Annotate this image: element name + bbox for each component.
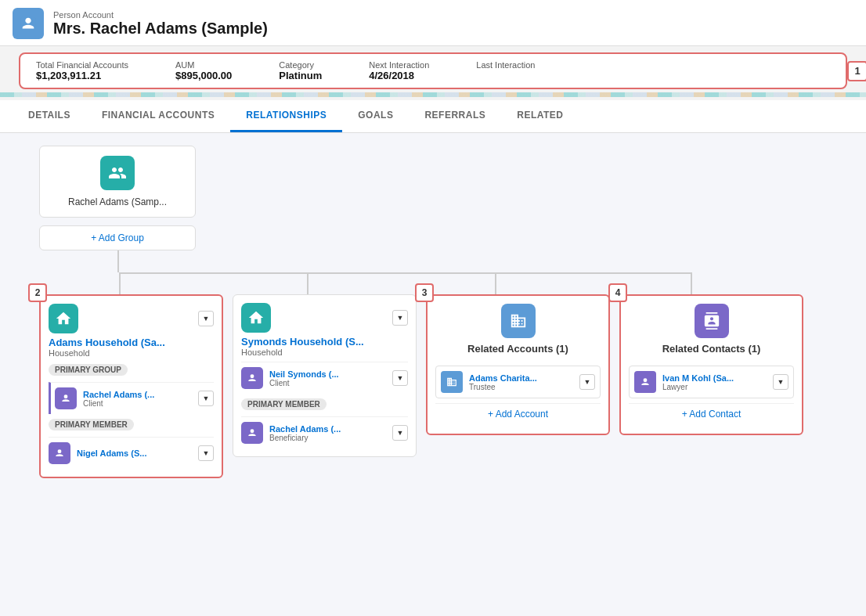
- card2-member2-dropdown[interactable]: ▼: [392, 425, 408, 441]
- vertical-line: [117, 250, 119, 272]
- card1-dropdown[interactable]: ▼: [198, 311, 214, 326]
- record-type-label: Person Account: [53, 10, 268, 20]
- card-related-contacts: Related Contacts (1) Ivan M Kohl (Sa... …: [619, 294, 803, 435]
- card2-member2-info: Rachel Adams (... Beneficiary: [269, 424, 386, 442]
- card4-member1-dropdown[interactable]: ▼: [773, 374, 788, 390]
- card1-member2-info: Nigel Adams (S...: [77, 448, 192, 458]
- card2-member1-name: Neil Symonds (...: [269, 369, 386, 379]
- add-contact-button[interactable]: + Add Contact: [629, 403, 794, 421]
- root-node: Rachel Adams (Samp...: [39, 146, 196, 218]
- summary-category: Category Platinum: [279, 60, 322, 81]
- card1-member1-dropdown[interactable]: ▼: [198, 391, 214, 406]
- card1-primary-badge: PRIMARY GROUP: [49, 364, 128, 376]
- card2-member1: Neil Symonds (... Client ▼: [241, 362, 408, 394]
- tab-relationships[interactable]: RELATIONSHIPS: [230, 100, 342, 132]
- card1-member1-role: Client: [83, 399, 192, 408]
- horiz-connector-line: [119, 272, 691, 274]
- card1-member1-badge: PRIMARY MEMBER: [49, 419, 134, 430]
- card2-top-row: ▼: [241, 303, 408, 333]
- root-name: Rachel Adams (Samp...: [68, 196, 167, 207]
- card3-member1-role: Trustee: [469, 383, 573, 391]
- decorative-stripe: [0, 92, 866, 97]
- card1-member1-info: Rachel Adams (... Client: [83, 390, 192, 408]
- card2-member1-dropdown[interactable]: ▼: [392, 370, 408, 386]
- tabs-bar: DETAILS FINANCIAL ACCOUNTS RELATIONSHIPS…: [0, 100, 866, 133]
- card2-title: Symonds Household (S...: [241, 336, 408, 348]
- annotation-3: 3: [415, 283, 434, 302]
- drop-line-4: [691, 272, 692, 294]
- card4-title: Related Contacts (1): [662, 343, 761, 355]
- card3-icon: [501, 304, 536, 338]
- aum-value: $895,000.00: [175, 70, 232, 81]
- card2-member1-icon: [241, 367, 263, 389]
- card2-member2-name: Rachel Adams (...: [269, 424, 386, 434]
- main-content: Rachel Adams (Samp... + Add Group 2: [0, 133, 866, 616]
- tab-financial-accounts[interactable]: FINANCIAL ACCOUNTS: [86, 100, 230, 132]
- card1-icon: [49, 304, 78, 333]
- total-financial-value: $1,203,911.21: [36, 70, 128, 81]
- add-account-button[interactable]: + Add Account: [435, 403, 601, 421]
- tab-related[interactable]: RELATED: [501, 100, 579, 132]
- tab-referrals[interactable]: REFERRALS: [409, 100, 501, 132]
- card2-dropdown[interactable]: ▼: [392, 310, 408, 326]
- tab-goals[interactable]: GOALS: [342, 100, 409, 132]
- card1-wrapper: 2 ▼ Adams Household (Sa... Household PRI…: [39, 294, 223, 478]
- card1-member2: Nigel Adams (S... ▼: [49, 437, 214, 469]
- card4-member1: Ivan M Kohl (Sa... Lawyer ▼: [629, 366, 794, 398]
- card4-member1-name: Ivan M Kohl (Sa...: [662, 373, 767, 383]
- card2-member1-role: Client: [269, 379, 386, 387]
- card2-member2-role: Beneficiary: [269, 434, 386, 442]
- next-interaction-value: 4/26/2018: [369, 70, 429, 81]
- card1-subtitle: Household: [49, 348, 214, 358]
- header-text: Person Account Mrs. Rachel Adams (Sample…: [53, 10, 268, 38]
- card4-member1-icon: [634, 371, 656, 393]
- card1-member2-icon: [49, 442, 70, 464]
- header-icon: [13, 8, 44, 39]
- next-interaction-label: Next Interaction: [369, 60, 429, 70]
- card3-member1: Adams Charita... Trustee ▼: [435, 366, 601, 398]
- category-value: Platinum: [279, 70, 322, 81]
- card4-member1-role: Lawyer: [662, 383, 767, 391]
- annotation-4: 4: [608, 283, 627, 302]
- total-financial-label: Total Financial Accounts: [36, 60, 128, 70]
- card2-member2: Rachel Adams (... Beneficiary ▼: [241, 416, 408, 448]
- card4-wrapper: 4 Related Contacts (1): [619, 294, 803, 435]
- root-icon: [100, 156, 135, 190]
- page-title: Mrs. Rachel Adams (Sample): [53, 20, 268, 38]
- card2-wrapper: ▼ Symonds Household (S... Household Neil…: [233, 294, 417, 457]
- summary-next-interaction: Next Interaction 4/26/2018: [369, 60, 429, 81]
- connector-spacer: [39, 272, 850, 294]
- card-related-accounts: Related Accounts (1) Adams Charita... Tr…: [426, 294, 610, 435]
- card1-title: Adams Household (Sa...: [49, 337, 214, 348]
- card3-wrapper: 3 Related Accounts (1): [426, 294, 610, 435]
- card1-member1-name: Rachel Adams (...: [83, 390, 192, 399]
- page-header: Person Account Mrs. Rachel Adams (Sample…: [0, 0, 866, 46]
- card2-member2-icon: [241, 422, 263, 444]
- card3-member1-icon: [441, 371, 463, 393]
- drop-line-3: [495, 272, 496, 294]
- card3-title: Related Accounts (1): [467, 343, 568, 355]
- card2-icon: [241, 303, 271, 333]
- card2-member1-badge: PRIMARY MEMBER: [241, 398, 327, 410]
- card1-member2-dropdown[interactable]: ▼: [198, 445, 214, 461]
- card3-member1-dropdown[interactable]: ▼: [579, 374, 595, 390]
- card4-icon: [695, 304, 729, 338]
- card2-member1-info: Neil Symonds (... Client: [269, 369, 386, 387]
- add-group-button[interactable]: + Add Group: [39, 225, 196, 250]
- card-symonds-household: ▼ Symonds Household (S... Household Neil…: [233, 294, 417, 457]
- card1-member1-icon: [55, 387, 77, 409]
- summary-last-interaction: Last Interaction: [476, 60, 535, 70]
- card1-top-row: ▼: [49, 304, 214, 333]
- annotation-1: 1: [847, 61, 866, 81]
- last-interaction-label: Last Interaction: [476, 60, 535, 70]
- card3-member1-info: Adams Charita... Trustee: [469, 373, 573, 391]
- aum-label: AUM: [175, 60, 232, 70]
- summary-total-financial: Total Financial Accounts $1,203,911.21: [36, 60, 128, 81]
- card1-member1: Rachel Adams (... Client ▼: [49, 382, 214, 414]
- summary-aum: AUM $895,000.00: [175, 60, 232, 81]
- tab-details[interactable]: DETAILS: [13, 100, 86, 132]
- annotation-2: 2: [28, 283, 47, 302]
- drop-line-2: [307, 272, 309, 294]
- category-label: Category: [279, 60, 322, 70]
- card4-member1-info: Ivan M Kohl (Sa... Lawyer: [662, 373, 767, 391]
